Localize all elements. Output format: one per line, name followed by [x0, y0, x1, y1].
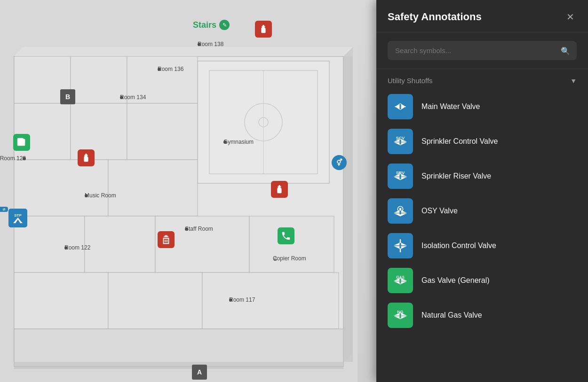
symbol-label-sprinkler-control-valve: Sprinkler Control Valve	[421, 137, 498, 146]
svg-rect-32	[399, 104, 401, 109]
svg-rect-20	[108, 273, 202, 329]
search-area: 🔍	[376, 32, 588, 69]
symbol-label-gas-valve-general: Gas Valve (General)	[421, 276, 490, 285]
map-icon-fire-3[interactable]	[271, 181, 288, 198]
svg-rect-24	[14, 362, 343, 369]
symbol-item-main-water-valve[interactable]: Main Water Valve	[381, 89, 583, 124]
svg-marker-26	[14, 47, 353, 56]
symbol-label-osy-valve: OSY Valve	[421, 207, 458, 215]
symbol-icon-sprinkler-control-valve: SCV	[388, 129, 413, 154]
symbol-label-natural-gas-valve: Natural Gas Valve	[421, 311, 482, 320]
svg-rect-22	[14, 329, 343, 366]
search-input[interactable]	[388, 41, 577, 60]
map-icon-fire-extinguisher-1[interactable]	[255, 21, 272, 38]
svg-rect-42	[399, 174, 401, 179]
symbol-label-sprinkler-riser-valve: Sprinkler Riser Valve	[421, 172, 491, 180]
svg-rect-19	[14, 273, 108, 329]
badge-a: A	[192, 365, 207, 380]
map-icon-fire-ext-2[interactable]	[158, 231, 175, 248]
map-icon-fire-2[interactable]	[78, 149, 95, 166]
floorplan	[0, 0, 358, 382]
symbol-label-main-water-valve: Main Water Valve	[421, 102, 480, 111]
symbol-icon-isolation-control-valve	[388, 233, 413, 258]
svg-rect-16	[85, 216, 155, 273]
symbol-item-sprinkler-control-valve[interactable]: SCV Sprinkler Control Valve	[381, 124, 583, 159]
close-button[interactable]: ✕	[564, 10, 577, 23]
category-header[interactable]: Utility Shutoffs ▼	[376, 69, 588, 89]
stairs-label: Stairs ✎	[193, 20, 230, 30]
map-icon-exit-1[interactable]	[13, 134, 30, 151]
map-icon-phone[interactable]	[278, 227, 294, 244]
category-title: Utility Shutoffs	[388, 77, 433, 85]
symbol-icon-osy-valve	[388, 198, 413, 224]
svg-rect-12	[127, 103, 198, 160]
svg-rect-21	[202, 273, 339, 329]
map-icon-blue-circle[interactable]: ⚥	[332, 155, 347, 170]
svg-rect-8	[71, 56, 127, 103]
symbol-label-isolation-control-valve: Isolation Control Valve	[421, 242, 496, 250]
symbol-item-gas-valve-general[interactable]: GAS Gas Valve (General)	[381, 263, 583, 298]
category-chevron: ▼	[570, 77, 577, 85]
panel-header: Safety Annotations ✕	[376, 0, 588, 32]
svg-rect-48	[399, 210, 401, 214]
badge-b: B	[60, 89, 75, 104]
svg-rect-10	[14, 103, 71, 160]
symbol-item-natural-gas-valve[interactable]: NG Natural Gas Valve	[381, 298, 583, 333]
symbol-item-osy-valve[interactable]: OSY Valve	[381, 194, 583, 228]
stairs-text: Stairs	[193, 20, 216, 30]
badge-stp-side: S	[0, 207, 8, 212]
svg-marker-25	[343, 47, 353, 362]
stairs-edit-icon[interactable]: ✎	[219, 20, 230, 30]
panel: Safety Annotations ✕ 🔍 Utility Shutoffs …	[376, 0, 588, 382]
svg-rect-13	[14, 160, 108, 216]
symbol-icon-natural-gas-valve: NG	[388, 303, 413, 328]
svg-rect-14	[108, 160, 198, 216]
symbol-item-sprinkler-riser-valve[interactable]: SRV Sprinkler Riser Valve	[381, 159, 583, 194]
symbols-list: Main Water Valve SCV Sprinkler Control V…	[376, 89, 588, 382]
panel-title: Safety Annotations	[388, 11, 482, 23]
symbol-icon-gas-valve-general: GAS	[388, 268, 413, 293]
svg-rect-63	[399, 313, 401, 319]
svg-rect-18	[249, 216, 334, 273]
symbol-icon-main-water-valve	[388, 94, 413, 119]
svg-rect-37	[399, 140, 401, 145]
map-icon-stp[interactable]: STP	[8, 209, 27, 227]
svg-rect-53	[399, 243, 401, 248]
svg-rect-58	[399, 279, 401, 284]
symbol-item-isolation-control-valve[interactable]: Isolation Control Valve	[381, 228, 583, 263]
symbol-icon-sprinkler-riser-valve: SRV	[388, 164, 413, 189]
search-wrapper: 🔍	[388, 41, 577, 60]
